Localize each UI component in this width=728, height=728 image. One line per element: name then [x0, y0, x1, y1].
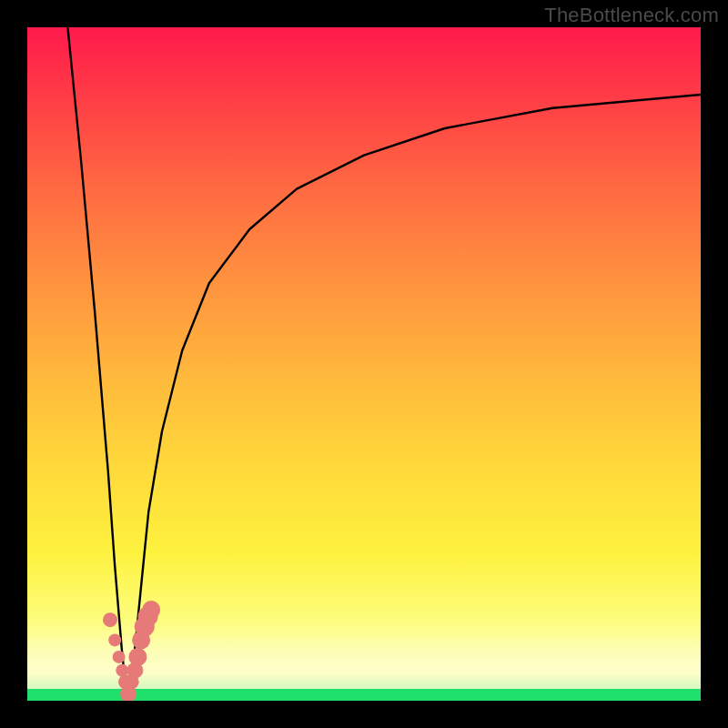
highlighted-points [103, 601, 160, 701]
marker-dot [103, 612, 117, 627]
watermark-text: TheBottleneck.com [544, 4, 719, 27]
bottleneck-curve [67, 27, 701, 694]
chart-plot-area [27, 27, 701, 701]
chart-frame: TheBottleneck.com [0, 0, 728, 728]
marker-dot [142, 601, 160, 619]
marker-dot [108, 633, 121, 646]
curve-line [67, 27, 701, 694]
chart-svg [27, 27, 701, 701]
marker-dot [113, 651, 126, 663]
marker-dot [128, 648, 147, 666]
